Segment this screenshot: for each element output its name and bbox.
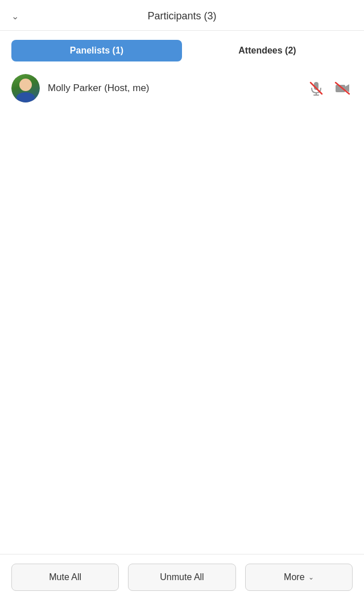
header-title: Participants (3) xyxy=(147,10,216,22)
participants-list: Molly Parker (Host, me) xyxy=(0,61,364,554)
unmute-all-button[interactable]: Unmute All xyxy=(128,564,235,591)
collapse-chevron-icon[interactable]: ⌄ xyxy=(11,11,19,22)
more-button[interactable]: More ⌄ xyxy=(245,564,353,591)
chevron-down-icon: ⌄ xyxy=(308,573,314,581)
video-off-icon[interactable] xyxy=(332,78,353,98)
participant-name: Molly Parker (Host, me) xyxy=(48,83,306,94)
mute-all-button[interactable]: Mute All xyxy=(11,564,119,591)
tab-panelists[interactable]: Panelists (1) xyxy=(11,40,182,61)
participant-controls xyxy=(306,78,353,98)
header: ⌄ Participants (3) xyxy=(0,0,364,31)
table-row: Molly Parker (Host, me) xyxy=(11,67,353,109)
more-label: More xyxy=(284,572,304,582)
tab-attendees[interactable]: Attendees (2) xyxy=(182,40,353,61)
mute-icon[interactable] xyxy=(306,78,326,98)
bottom-toolbar: Mute All Unmute All More ⌄ xyxy=(0,554,364,608)
tabs-row: Panelists (1) Attendees (2) xyxy=(0,31,364,61)
avatar xyxy=(11,74,40,102)
